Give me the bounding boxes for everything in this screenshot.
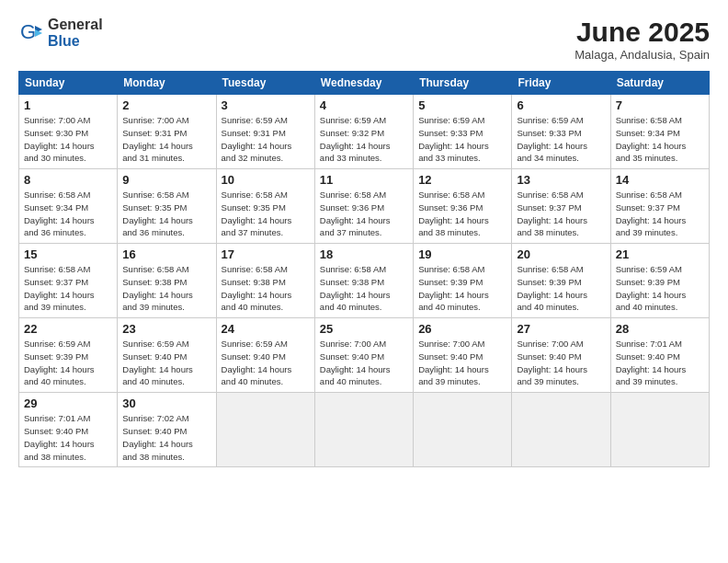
cell-info: Sunrise: 7:00 AMSunset: 9:31 PMDaylight:… bbox=[122, 114, 210, 165]
table-row: 28Sunrise: 7:01 AMSunset: 9:40 PMDayligh… bbox=[610, 318, 709, 393]
logo: G General Blue bbox=[18, 17, 103, 49]
calendar-table: Sunday Monday Tuesday Wednesday Thursday… bbox=[18, 71, 710, 467]
day-number: 3 bbox=[222, 98, 310, 112]
empty-cell bbox=[414, 393, 512, 467]
cell-info: Sunrise: 6:58 AMSunset: 9:36 PMDaylight:… bbox=[320, 189, 408, 239]
header-thursday: Thursday bbox=[414, 72, 512, 95]
cell-info: Sunrise: 6:58 AMSunset: 9:39 PMDaylight:… bbox=[517, 263, 605, 314]
day-number: 14 bbox=[616, 173, 704, 187]
day-number: 20 bbox=[517, 247, 605, 261]
header-wednesday: Wednesday bbox=[314, 72, 413, 95]
header-tuesday: Tuesday bbox=[216, 72, 314, 95]
table-row: 23Sunrise: 6:59 AMSunset: 9:40 PMDayligh… bbox=[118, 318, 216, 393]
table-row: 2Sunrise: 7:00 AMSunset: 9:31 PMDaylight… bbox=[118, 95, 216, 169]
cell-info: Sunrise: 7:00 AMSunset: 9:30 PMDaylight:… bbox=[24, 114, 112, 165]
day-number: 9 bbox=[122, 173, 210, 187]
table-row: 9Sunrise: 6:58 AMSunset: 9:35 PMDaylight… bbox=[118, 169, 216, 244]
table-row: 7Sunrise: 6:58 AMSunset: 9:34 PMDaylight… bbox=[610, 95, 709, 169]
table-row: 18Sunrise: 6:58 AMSunset: 9:38 PMDayligh… bbox=[314, 244, 413, 318]
cell-info: Sunrise: 6:59 AMSunset: 9:40 PMDaylight:… bbox=[222, 338, 310, 388]
cell-info: Sunrise: 6:58 AMSunset: 9:38 PMDaylight:… bbox=[320, 263, 408, 314]
cell-info: Sunrise: 7:01 AMSunset: 9:40 PMDaylight:… bbox=[616, 338, 704, 388]
table-row: 19Sunrise: 6:58 AMSunset: 9:39 PMDayligh… bbox=[414, 244, 512, 318]
logo-text: General Blue bbox=[48, 17, 103, 49]
day-number: 15 bbox=[24, 247, 112, 261]
day-number: 19 bbox=[418, 247, 506, 261]
cell-info: Sunrise: 7:01 AMSunset: 9:40 PMDaylight:… bbox=[24, 412, 112, 463]
table-row: 5Sunrise: 6:59 AMSunset: 9:33 PMDaylight… bbox=[414, 95, 512, 169]
table-row: 27Sunrise: 7:00 AMSunset: 9:40 PMDayligh… bbox=[512, 318, 610, 393]
table-row: 17Sunrise: 6:58 AMSunset: 9:38 PMDayligh… bbox=[216, 244, 314, 318]
cell-info: Sunrise: 6:59 AMSunset: 9:31 PMDaylight:… bbox=[222, 114, 310, 165]
cell-info: Sunrise: 7:00 AMSunset: 9:40 PMDaylight:… bbox=[418, 338, 506, 388]
cell-info: Sunrise: 6:59 AMSunset: 9:33 PMDaylight:… bbox=[418, 114, 506, 165]
table-row: 1Sunrise: 7:00 AMSunset: 9:30 PMDaylight… bbox=[19, 95, 118, 169]
logo-icon: G bbox=[18, 20, 44, 46]
table-row: 3Sunrise: 6:59 AMSunset: 9:31 PMDaylight… bbox=[216, 95, 314, 169]
day-number: 10 bbox=[222, 173, 310, 187]
cell-info: Sunrise: 6:58 AMSunset: 9:37 PMDaylight:… bbox=[24, 263, 112, 314]
day-number: 22 bbox=[24, 322, 112, 336]
table-row: 6Sunrise: 6:59 AMSunset: 9:33 PMDaylight… bbox=[512, 95, 610, 169]
day-number: 21 bbox=[616, 247, 704, 261]
logo-general-text: General bbox=[48, 17, 103, 33]
cell-info: Sunrise: 6:58 AMSunset: 9:38 PMDaylight:… bbox=[222, 263, 310, 314]
table-row: 30Sunrise: 7:02 AMSunset: 9:40 PMDayligh… bbox=[118, 393, 216, 467]
table-row: 25Sunrise: 7:00 AMSunset: 9:40 PMDayligh… bbox=[314, 318, 413, 393]
day-number: 23 bbox=[122, 322, 210, 336]
svg-text:G: G bbox=[20, 20, 36, 43]
day-number: 13 bbox=[517, 173, 605, 187]
cell-info: Sunrise: 6:58 AMSunset: 9:35 PMDaylight:… bbox=[122, 189, 210, 239]
day-number: 7 bbox=[616, 98, 704, 112]
table-row: 26Sunrise: 7:00 AMSunset: 9:40 PMDayligh… bbox=[414, 318, 512, 393]
cell-info: Sunrise: 6:58 AMSunset: 9:39 PMDaylight:… bbox=[418, 263, 506, 314]
day-number: 24 bbox=[222, 322, 310, 336]
location: Malaga, Andalusia, Spain bbox=[574, 48, 710, 62]
day-number: 5 bbox=[418, 98, 506, 112]
cell-info: Sunrise: 7:00 AMSunset: 9:40 PMDaylight:… bbox=[517, 338, 605, 388]
table-row: 4Sunrise: 6:59 AMSunset: 9:32 PMDaylight… bbox=[314, 95, 413, 169]
day-number: 12 bbox=[418, 173, 506, 187]
header-monday: Monday bbox=[118, 72, 216, 95]
cell-info: Sunrise: 7:02 AMSunset: 9:40 PMDaylight:… bbox=[122, 412, 210, 463]
day-number: 6 bbox=[517, 98, 605, 112]
table-row: 22Sunrise: 6:59 AMSunset: 9:39 PMDayligh… bbox=[19, 318, 118, 393]
empty-cell bbox=[216, 393, 314, 467]
table-row: 29Sunrise: 7:01 AMSunset: 9:40 PMDayligh… bbox=[19, 393, 118, 467]
cell-info: Sunrise: 6:58 AMSunset: 9:34 PMDaylight:… bbox=[24, 189, 112, 239]
table-row: 14Sunrise: 6:58 AMSunset: 9:37 PMDayligh… bbox=[610, 169, 709, 244]
day-number: 18 bbox=[320, 247, 408, 261]
header-saturday: Saturday bbox=[610, 72, 709, 95]
cell-info: Sunrise: 6:59 AMSunset: 9:32 PMDaylight:… bbox=[320, 114, 408, 165]
table-row: 24Sunrise: 6:59 AMSunset: 9:40 PMDayligh… bbox=[216, 318, 314, 393]
day-number: 28 bbox=[616, 322, 704, 336]
cell-info: Sunrise: 6:58 AMSunset: 9:37 PMDaylight:… bbox=[616, 189, 704, 239]
header: G General Blue June 2025 Malaga, Andalus… bbox=[18, 17, 710, 62]
table-row: 16Sunrise: 6:58 AMSunset: 9:38 PMDayligh… bbox=[118, 244, 216, 318]
day-number: 25 bbox=[320, 322, 408, 336]
cell-info: Sunrise: 6:58 AMSunset: 9:36 PMDaylight:… bbox=[418, 189, 506, 239]
cell-info: Sunrise: 6:58 AMSunset: 9:35 PMDaylight:… bbox=[222, 189, 310, 239]
empty-cell bbox=[610, 393, 709, 467]
table-row: 11Sunrise: 6:58 AMSunset: 9:36 PMDayligh… bbox=[314, 169, 413, 244]
table-row: 13Sunrise: 6:58 AMSunset: 9:37 PMDayligh… bbox=[512, 169, 610, 244]
day-number: 27 bbox=[517, 322, 605, 336]
table-row: 8Sunrise: 6:58 AMSunset: 9:34 PMDaylight… bbox=[19, 169, 118, 244]
cell-info: Sunrise: 6:59 AMSunset: 9:33 PMDaylight:… bbox=[517, 114, 605, 165]
cell-info: Sunrise: 6:58 AMSunset: 9:34 PMDaylight:… bbox=[616, 114, 704, 165]
day-number: 30 bbox=[122, 396, 210, 410]
day-number: 17 bbox=[222, 247, 310, 261]
table-row: 12Sunrise: 6:58 AMSunset: 9:36 PMDayligh… bbox=[414, 169, 512, 244]
cell-info: Sunrise: 6:59 AMSunset: 9:39 PMDaylight:… bbox=[24, 338, 112, 388]
cell-info: Sunrise: 6:58 AMSunset: 9:37 PMDaylight:… bbox=[517, 189, 605, 239]
cell-info: Sunrise: 7:00 AMSunset: 9:40 PMDaylight:… bbox=[320, 338, 408, 388]
logo-blue-text: Blue bbox=[48, 33, 103, 50]
table-row: 15Sunrise: 6:58 AMSunset: 9:37 PMDayligh… bbox=[19, 244, 118, 318]
day-number: 1 bbox=[24, 98, 112, 112]
header-friday: Friday bbox=[512, 72, 610, 95]
day-number: 16 bbox=[122, 247, 210, 261]
cell-info: Sunrise: 6:58 AMSunset: 9:38 PMDaylight:… bbox=[122, 263, 210, 314]
day-number: 8 bbox=[24, 173, 112, 187]
title-area: June 2025 Malaga, Andalusia, Spain bbox=[574, 17, 710, 62]
day-number: 2 bbox=[122, 98, 210, 112]
